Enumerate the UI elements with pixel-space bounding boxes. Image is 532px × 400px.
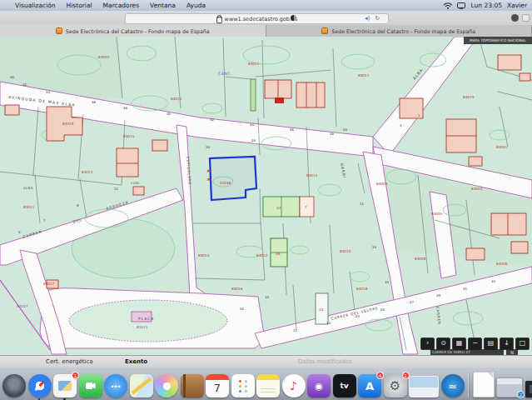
status-bar: Cert. energética Exento Datos modificado… — [0, 355, 532, 368]
parcel-number: 84011 — [248, 62, 260, 66]
download-button[interactable]: ↓ — [500, 338, 514, 350]
house-number: 11 — [114, 187, 118, 191]
dock-icon-glyph: ◉ — [315, 382, 323, 391]
cadastral-map[interactable]: AVINGUDA DE MAS ALBAALBAGARBIESPIGOLERSC… — [0, 37, 532, 355]
menu-item-visualización[interactable]: Visualización — [15, 2, 56, 9]
menu-item-historial[interactable]: Historial — [67, 2, 92, 9]
extent-button[interactable]: □ — [515, 338, 530, 350]
desktop: { "menu_bar":{ "items":["Visualización",… — [0, 0, 532, 400]
house-number: 36 — [92, 100, 96, 104]
status-value: Exento — [125, 358, 147, 365]
parcel-number: 83019 — [62, 122, 74, 126]
tab-favicon — [56, 28, 62, 34]
lock-icon — [216, 17, 222, 23]
dock-calendar-icon[interactable]: 7 — [206, 374, 229, 398]
browser-tab-2[interactable]: Sede Electrónica del Catastro - Fondo ma… — [266, 25, 532, 37]
parcel-number: 83017 — [43, 282, 55, 286]
dock-divider — [468, 372, 469, 398]
parcel-number: 84007 — [98, 55, 110, 59]
tab-bar: Sede Electrónica del Catastro - Fondo ma… — [0, 25, 532, 37]
parcel-number: 84005 — [431, 212, 443, 216]
house-number: 52 — [240, 307, 244, 311]
notification-badge: 4 — [376, 372, 384, 379]
street-label: ALNA — [23, 186, 33, 190]
house-number: 40 — [167, 112, 171, 116]
menu-item-ventana[interactable]: Ventana — [150, 2, 176, 9]
dock-icon-glyph: ⚙ — [390, 380, 400, 392]
house-number: 15 — [385, 280, 389, 284]
dock-minimized-window-icon[interactable]: 2 — [496, 378, 523, 398]
address-bar[interactable]: www1.sedecatastro.gob.es ◂) ↻ — [125, 13, 389, 24]
notification-badge: 1 — [72, 372, 79, 379]
pan-button[interactable]: › — [420, 338, 435, 350]
parcel-number: 84017 — [358, 73, 370, 78]
new-tab-button[interactable] — [522, 14, 530, 22]
menu-user[interactable]: Xavier — [507, 2, 527, 9]
parcel-number: 83015 — [123, 134, 135, 138]
dock-minimized-video-icon[interactable]: 2 — [525, 381, 532, 398]
house-number: 32 — [22, 82, 27, 87]
house-number: 13 — [372, 245, 376, 249]
minus-button[interactable]: − — [468, 338, 482, 350]
parcel-number: 46 — [276, 252, 281, 256]
house-number: 34 — [46, 90, 50, 94]
dock-photos-viewer-icon[interactable]: 1 — [53, 374, 77, 398]
house-number: 46 — [290, 128, 294, 132]
dock-screenshot-preview-icon[interactable] — [409, 376, 439, 398]
status-note: Datos modificados — [298, 358, 352, 365]
house-number: 11 — [293, 328, 297, 332]
browser-tab-1[interactable]: Sede Electrónica del Catastro - Fondo ma… — [0, 25, 266, 37]
dock-facetime-icon[interactable] — [79, 374, 102, 398]
tab-title: Sede Electrónica del Catastro - Fondo ma… — [331, 28, 475, 34]
address-bar-icons: ◂) ↻ — [365, 15, 380, 22]
dock-icon-glyph: tv — [340, 382, 348, 390]
print-button[interactable]: ▤ — [484, 338, 498, 350]
tab-audio-indicator[interactable] — [291, 15, 296, 21]
dock-app-store-icon[interactable]: A4 — [358, 374, 381, 398]
dock-maps-icon[interactable] — [130, 374, 153, 398]
reader-audio-icon[interactable]: ◂) — [365, 15, 370, 22]
dock-document-icon[interactable] — [473, 372, 495, 398]
dock-safari-icon[interactable] — [28, 374, 52, 398]
menu-item-marcadores[interactable]: Marcadores — [103, 2, 140, 9]
house-number: 10 — [206, 145, 210, 149]
dock-settings-icon[interactable]: ⚙1 — [384, 374, 407, 398]
downloads-button[interactable] — [511, 14, 519, 22]
dock-openoffice-icon[interactable]: ≈ — [441, 374, 465, 398]
parcel-number: 84008 — [415, 257, 426, 261]
map-toolbar: ›⊙▦−▤↓□ — [420, 338, 530, 350]
north-indicator: N — [506, 349, 518, 355]
parcel-number: 32 — [206, 169, 211, 173]
house-number: 50 — [343, 128, 347, 132]
parcel-number: 84014 — [198, 253, 210, 258]
parcel-number: 84019 — [463, 95, 475, 99]
menu-clock[interactable]: Lun 23:05 — [470, 2, 502, 9]
wifi-icon[interactable] — [444, 2, 452, 9]
dock-podcasts-icon[interactable]: ◉ — [307, 374, 331, 398]
tab-favicon — [321, 28, 328, 34]
parcel-number: 84009 — [376, 182, 388, 186]
dock-reminders-icon[interactable] — [231, 374, 255, 398]
dock-launchpad-icon[interactable] — [2, 374, 26, 398]
display-icon[interactable] — [457, 2, 465, 9]
parcel-number: 83121 — [137, 325, 148, 329]
menu-item-ayuda[interactable]: Ayuda — [186, 2, 206, 9]
dock-notes-icon[interactable] — [256, 374, 280, 398]
dock-music-icon[interactable]: ♪ — [282, 374, 306, 398]
dock-messages-icon[interactable]: … — [104, 374, 127, 398]
dock-contacts-icon[interactable] — [181, 374, 204, 398]
dock-tv-icon[interactable]: tv — [333, 374, 356, 398]
dock-photos-icon[interactable] — [155, 374, 178, 398]
reload-icon[interactable]: ↻ — [375, 15, 380, 22]
parcel-number: 84013 — [171, 97, 182, 101]
status-label: Cert. energética — [46, 358, 93, 365]
zoom-button[interactable]: ⊙ — [436, 338, 450, 350]
dock-icon-glyph: A — [365, 381, 374, 392]
house-number: 33 — [491, 279, 495, 283]
tab-title: Sede Electrónica del Catastro - Fondo ma… — [66, 28, 210, 34]
house-number: 10 — [265, 295, 269, 299]
house-number: 23 — [355, 314, 360, 318]
house-number: 31 — [463, 287, 467, 291]
parcel-number: 83011 — [23, 205, 35, 209]
layers-button[interactable]: ▦ — [452, 338, 466, 350]
